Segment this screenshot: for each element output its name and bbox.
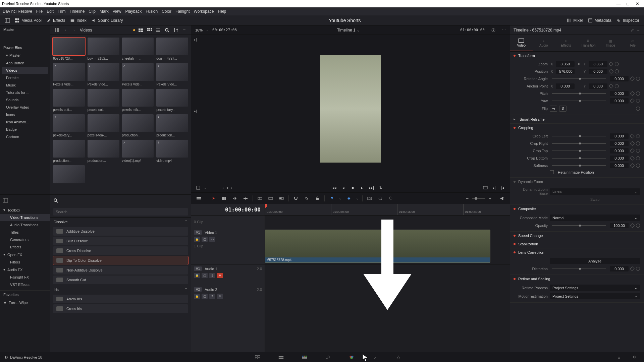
zoom-fit-icon[interactable] [366, 195, 373, 202]
tab-effects[interactable]: ✦Effects [555, 35, 577, 51]
tab-file[interactable]: ▭File [622, 35, 644, 51]
fx-item[interactable]: Blur Dissolve [53, 237, 188, 245]
overwrite-clip-icon[interactable] [267, 195, 274, 202]
timeline-dropdown-icon[interactable]: ⌄ [357, 28, 360, 33]
prev-clip-icon[interactable]: |◂ [500, 185, 506, 191]
trim-tool-icon[interactable] [220, 195, 228, 202]
bin-item[interactable]: Fortnite [0, 74, 50, 81]
smart-reframe-header[interactable]: ▸Smart Reframe [510, 115, 644, 123]
link-icon[interactable] [303, 195, 310, 202]
fx-search-icon[interactable] [53, 198, 58, 203]
tab-image[interactable]: ▦Image [599, 35, 622, 51]
playhead[interactable] [265, 204, 265, 352]
fx-layout-icon[interactable] [3, 198, 8, 203]
marker-icon[interactable]: ◆ [345, 195, 353, 202]
lock-icon[interactable] [314, 195, 321, 202]
speed-header[interactable]: Speed Change [510, 232, 644, 240]
clip-thumbnail[interactable]: pexels-cott... [53, 89, 85, 112]
fx-more-icon[interactable]: ⋯ [61, 198, 65, 202]
viewer-zoom[interactable]: 16% [195, 28, 203, 32]
softness-slider[interactable] [552, 165, 606, 166]
zoom-detail-icon[interactable] [377, 195, 384, 202]
motion-est-select[interactable]: Project Settings⌄ [550, 293, 640, 299]
fx-item[interactable]: Additive Dissolve [53, 227, 188, 236]
clip-thumbnail[interactable]: Pexels Vide... [88, 63, 119, 86]
retime-header[interactable]: Retime and Scaling [510, 275, 644, 283]
menu-trim[interactable]: Trim [58, 9, 66, 14]
menu-view[interactable]: View [113, 9, 121, 14]
zoom-slider[interactable] [475, 197, 477, 200]
go-start-icon[interactable]: |◂◂ [331, 185, 337, 191]
transform-overlay-icon[interactable] [195, 185, 201, 191]
bin-item[interactable]: Icons [0, 111, 50, 118]
distortion-slider[interactable] [552, 268, 606, 269]
bin-item[interactable]: Tutorials for ... [0, 89, 50, 96]
inspector-expand-icon[interactable]: ⤢ [631, 28, 634, 33]
transform-header[interactable]: Transform [510, 52, 644, 60]
prev-edit-icon[interactable]: ‹ [222, 186, 224, 190]
fx-tree-node[interactable]: ▾Toolbox [0, 206, 50, 214]
zoom-in-icon[interactable]: + [489, 196, 491, 201]
clip-thumbnail[interactable]: production... [122, 114, 154, 137]
clip-thumbnail[interactable]: Pexels Vide... [53, 63, 85, 86]
tab-audio[interactable]: ♪Audio [533, 35, 555, 51]
flip-v-button[interactable]: ⇵ [559, 106, 567, 112]
overlay-dropdown-icon[interactable]: ⌄ [204, 186, 207, 190]
fx-tree-node[interactable]: Fairlight FX [0, 274, 50, 281]
clip-thumbnail[interactable]: 657518728... [53, 38, 85, 60]
lens-header[interactable]: Lens Correction [510, 248, 644, 256]
bin-item[interactable]: Musik [0, 81, 50, 89]
pitch-slider[interactable] [552, 93, 606, 94]
index-button[interactable]: Index [70, 18, 87, 23]
step-back-icon[interactable]: ◂ [340, 185, 346, 191]
timeline-ruler[interactable]: 01:00:00:00 01:00:08:00 01:00:16:00 01:0… [265, 204, 510, 216]
a2-tag[interactable]: A2 [194, 287, 202, 292]
clip-thumbnail[interactable]: cheetah_-_... [122, 38, 154, 60]
more-icon[interactable]: ⋯ [181, 27, 187, 33]
a1-lock-button[interactable]: 🔒 [194, 273, 200, 278]
zoom-dropdown-icon[interactable]: ⌄ [206, 28, 209, 32]
menu-clip[interactable]: Clip [89, 9, 96, 14]
pitch-field[interactable]: 0.000 [610, 91, 629, 96]
fx-tree-node[interactable]: ▾Open FX [0, 251, 50, 258]
maximize-button[interactable]: □ [623, 1, 633, 6]
page-edit[interactable] [300, 354, 310, 361]
fx-category-header[interactable]: Iris⌃ [50, 285, 191, 294]
search-icon[interactable] [164, 27, 170, 33]
bypass-fx-icon[interactable] [491, 27, 497, 33]
clip-thumbnail[interactable]: video.mp4 [156, 140, 188, 163]
bin-master-2[interactable]: ▾Master [0, 52, 50, 59]
clip-thumbnail[interactable]: pexels-cott... [88, 89, 119, 112]
fx-item[interactable]: Non-Additive Dissolve [53, 266, 188, 275]
clip-thumbnail[interactable]: pexels-mik... [122, 89, 154, 112]
next-clip-icon[interactable]: ▸| [491, 185, 497, 191]
analyze-button[interactable]: Analyze [550, 258, 640, 264]
clip-thumbnail[interactable]: production... [88, 140, 119, 163]
loop-icon[interactable]: ↻ [378, 185, 384, 191]
clip-thumbnail[interactable]: pexels-tary... [53, 114, 85, 137]
a1-auto-select-button[interactable]: ▢ [202, 273, 208, 278]
zoom-custom-icon[interactable] [387, 195, 395, 202]
fx-tree-node[interactable]: Effects [0, 243, 50, 251]
match-frame-icon[interactable] [482, 185, 488, 191]
viewer-more-icon[interactable]: ⋯ [502, 28, 506, 32]
fx-item[interactable]: Arrow Iris [53, 295, 188, 303]
page-deliver[interactable] [393, 354, 404, 361]
menu-davinci[interactable]: DaVinci Resolve [3, 9, 32, 14]
a1-mute-button[interactable]: M [217, 273, 223, 278]
v1-clip[interactable]: 657518728.mp4 [265, 230, 490, 263]
nav-back-icon[interactable]: ‹ [62, 27, 68, 33]
clip-thumbnail[interactable]: production... [53, 140, 85, 163]
effects-button[interactable]: Effects [46, 18, 65, 23]
layout-preset-button[interactable] [5, 18, 10, 23]
page-media[interactable] [253, 354, 263, 361]
v1-tag[interactable]: V1 [194, 230, 202, 235]
flip-h-button[interactable]: ⇋ [550, 106, 557, 112]
v1-disable-button[interactable]: ▭ [209, 237, 215, 242]
sort-icon[interactable] [173, 27, 179, 33]
composite-mode-select[interactable]: Normal⌄ [550, 215, 640, 221]
menu-edit[interactable]: Edit [47, 9, 54, 14]
composite-header[interactable]: Composite [510, 205, 644, 213]
clip-thumbnail[interactable]: Pexels Vide... [122, 63, 154, 86]
page-fairlight[interactable]: ♪ [370, 354, 380, 361]
